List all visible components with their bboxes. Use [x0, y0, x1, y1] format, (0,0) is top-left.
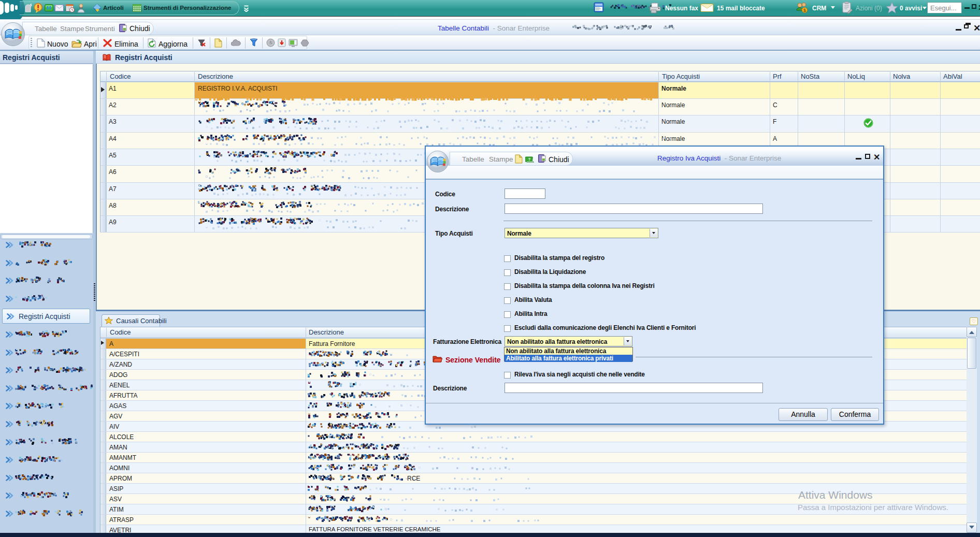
- svg-text:?: ?: [528, 157, 531, 162]
- svg-text:$: $: [803, 8, 806, 13]
